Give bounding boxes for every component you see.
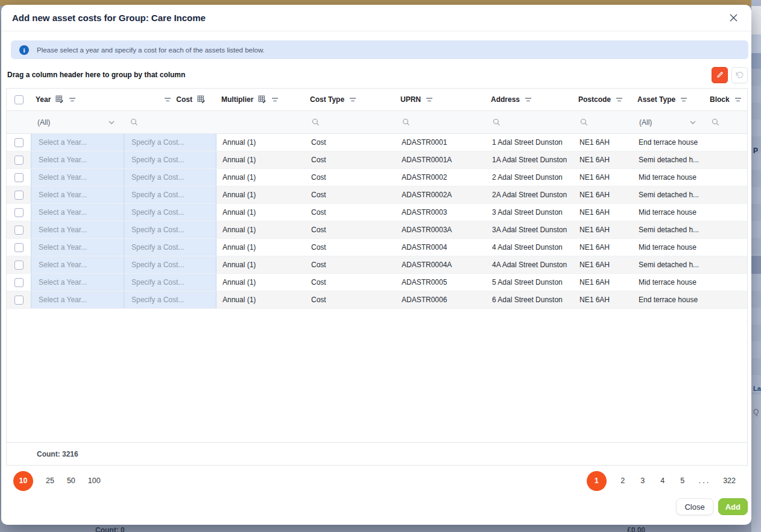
year-edit-cell[interactable]: Select a Year... xyxy=(31,134,124,151)
row-checkbox[interactable] xyxy=(14,208,24,217)
cost-type-cell: Cost xyxy=(305,291,396,308)
year-edit-cell[interactable]: Select a Year... xyxy=(31,274,124,291)
page-1[interactable]: 1 xyxy=(587,471,607,491)
column-label-uprn: UPRN xyxy=(400,95,421,104)
filter-icon[interactable] xyxy=(271,97,279,103)
page-size-50[interactable]: 50 xyxy=(67,477,75,485)
uprn-filter-input[interactable] xyxy=(396,111,486,133)
cost-edit-cell[interactable]: Specify a Cost... xyxy=(124,291,216,308)
table-row: Select a Year... Specify a Cost... Annua… xyxy=(7,169,747,186)
column-header-block[interactable]: Block xyxy=(705,89,747,110)
cost-edit-cell[interactable]: Specify a Cost... xyxy=(124,204,216,221)
column-label-postcode: Postcode xyxy=(578,95,611,104)
year-edit-cell[interactable]: Select a Year... xyxy=(31,169,124,186)
year-edit-cell[interactable]: Select a Year... xyxy=(31,239,124,256)
postcode-cell: NE1 6AH xyxy=(573,186,633,203)
row-checkbox[interactable] xyxy=(14,191,24,200)
add-button[interactable]: Add xyxy=(718,498,748,515)
page-size-10[interactable]: 10 xyxy=(13,471,33,491)
column-header-cost-type[interactable]: Cost Type xyxy=(305,89,396,110)
filter-icon[interactable] xyxy=(349,97,356,103)
filter-icon[interactable] xyxy=(69,97,76,103)
row-checkbox[interactable] xyxy=(14,261,24,270)
postcode-filter-input[interactable] xyxy=(573,111,633,133)
column-header-multiplier[interactable]: Multiplier xyxy=(216,89,305,110)
cost-placeholder: Specify a Cost... xyxy=(131,173,184,182)
column-header-postcode[interactable]: Postcode xyxy=(573,89,633,110)
row-checkbox[interactable] xyxy=(14,173,24,182)
filter-icon[interactable] xyxy=(734,97,742,103)
year-edit-cell[interactable]: Select a Year... xyxy=(31,221,124,238)
cost-edit-cell[interactable]: Specify a Cost... xyxy=(124,256,216,273)
year-filter-select[interactable]: (All) xyxy=(31,111,124,133)
filter-icon[interactable] xyxy=(426,97,433,103)
column-header-asset-type[interactable]: Asset Type xyxy=(633,89,705,110)
cost-type-filter-input[interactable] xyxy=(305,111,396,133)
year-edit-cell[interactable]: Select a Year... xyxy=(31,204,124,221)
row-checkbox[interactable] xyxy=(14,243,24,252)
year-edit-cell[interactable]: Select a Year... xyxy=(31,256,124,273)
table-row: Select a Year... Specify a Cost... Annua… xyxy=(7,204,747,221)
row-checkbox[interactable] xyxy=(14,138,24,147)
cost-type-cell: Cost xyxy=(305,221,396,238)
cost-edit-cell[interactable]: Specify a Cost... xyxy=(124,151,216,168)
table-row: Select a Year... Specify a Cost... Annua… xyxy=(7,186,747,204)
close-button[interactable]: Close xyxy=(676,498,713,515)
column-header-uprn[interactable]: UPRN xyxy=(396,89,486,110)
filter-icon[interactable] xyxy=(164,97,171,103)
cost-edit-cell[interactable]: Specify a Cost... xyxy=(124,221,216,238)
multiplier-cell: Annual (1) xyxy=(216,169,305,186)
grid-edit-icon[interactable] xyxy=(55,95,64,104)
cost-placeholder: Specify a Cost... xyxy=(131,156,184,164)
cost-edit-cell[interactable]: Specify a Cost... xyxy=(124,239,216,256)
grid-edit-icon[interactable] xyxy=(258,95,267,104)
row-checkbox[interactable] xyxy=(14,278,24,287)
filter-icon[interactable] xyxy=(616,97,623,103)
column-header-cost[interactable]: Cost xyxy=(124,89,216,110)
page-2[interactable]: 2 xyxy=(619,477,627,485)
column-label-year: Year xyxy=(36,95,51,104)
cost-edit-cell[interactable]: Specify a Cost... xyxy=(124,186,216,203)
year-edit-cell[interactable]: Select a Year... xyxy=(31,291,124,308)
multiplier-cell: Annual (1) xyxy=(216,291,305,308)
cost-edit-cell[interactable]: Specify a Cost... xyxy=(124,169,216,186)
search-icon xyxy=(580,118,588,126)
year-edit-cell[interactable]: Select a Year... xyxy=(31,151,124,168)
row-checkbox[interactable] xyxy=(14,226,24,235)
asset-type-filter-select[interactable]: (All) xyxy=(633,111,705,133)
page-size-100[interactable]: 100 xyxy=(88,477,101,485)
page-size-selector: 102550100 xyxy=(13,471,587,491)
page-322[interactable]: 322 xyxy=(723,477,736,485)
page-5[interactable]: 5 xyxy=(679,477,686,485)
row-checkbox-cell xyxy=(7,169,31,186)
asset-type-cell: Mid terrace house xyxy=(633,169,705,186)
cost-filter-input[interactable] xyxy=(124,111,216,133)
block-filter-input[interactable] xyxy=(705,111,747,133)
page-size-25[interactable]: 25 xyxy=(46,477,54,485)
batch-edit-button[interactable] xyxy=(712,67,728,83)
info-banner: i Please select a year and specify a cos… xyxy=(11,40,748,59)
page-3[interactable]: 3 xyxy=(639,477,646,485)
column-header-address[interactable]: Address xyxy=(486,89,573,110)
filter-icon[interactable] xyxy=(680,97,687,103)
close-dialog-button[interactable] xyxy=(727,12,739,24)
cost-edit-cell[interactable]: Specify a Cost... xyxy=(124,274,216,291)
page-4[interactable]: 4 xyxy=(659,477,666,485)
row-checkbox[interactable] xyxy=(14,156,24,165)
column-label-cost: Cost xyxy=(176,95,192,104)
cost-placeholder: Specify a Cost... xyxy=(131,191,184,199)
filter-icon[interactable] xyxy=(525,97,532,103)
uprn-cell: ADASTR0003A xyxy=(396,221,486,238)
grid-edit-icon[interactable] xyxy=(197,95,206,104)
undo-button[interactable] xyxy=(731,67,748,83)
select-all-checkbox[interactable] xyxy=(14,95,24,104)
column-header-year[interactable]: Year xyxy=(31,89,124,110)
row-checkbox[interactable] xyxy=(14,296,24,305)
year-edit-cell[interactable]: Select a Year... xyxy=(31,186,124,203)
cost-placeholder: Specify a Cost... xyxy=(131,261,184,269)
cost-placeholder: Specify a Cost... xyxy=(131,278,184,287)
cost-edit-cell[interactable]: Specify a Cost... xyxy=(124,134,216,151)
background-partial-label: Q xyxy=(753,408,759,416)
postcode-cell: NE1 6AH xyxy=(573,204,633,221)
address-filter-input[interactable] xyxy=(486,111,573,133)
